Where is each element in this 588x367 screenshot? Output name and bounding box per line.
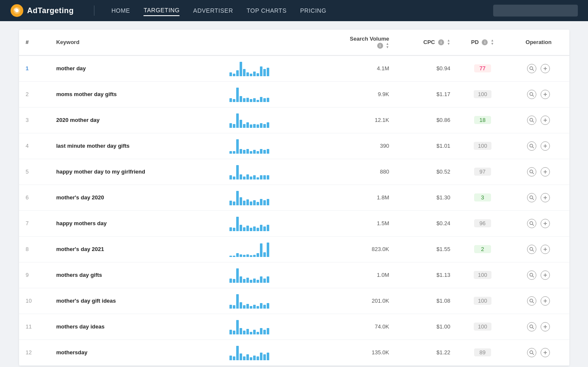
svg-point-32: [530, 247, 533, 250]
table-header-row: # Keyword Search Volume i ▲▼ CPC i ▲▼: [19, 30, 569, 55]
chart-bar: [250, 151, 252, 154]
svg-point-16: [530, 144, 533, 147]
search-button[interactable]: [527, 296, 536, 306]
search-button[interactable]: [527, 219, 536, 228]
row-num: 9: [19, 262, 50, 288]
add-button[interactable]: [541, 64, 550, 73]
pd-info-icon[interactable]: i: [482, 39, 488, 45]
search-icon: [529, 221, 534, 226]
row-chart: [223, 133, 335, 159]
chart-bar: [243, 124, 246, 128]
chart-bar: [250, 280, 252, 283]
chart-bar: [229, 227, 232, 231]
row-cpc: $0.52: [396, 159, 457, 185]
plus-icon: [543, 273, 548, 278]
nav-targeting[interactable]: TARGETING: [144, 5, 179, 16]
search-button[interactable]: [527, 90, 536, 99]
chart-bar: [257, 253, 259, 257]
add-button[interactable]: [541, 90, 550, 99]
add-button[interactable]: [541, 270, 550, 280]
search-volume-sort[interactable]: ▲▼: [386, 42, 389, 49]
row-num: 5: [19, 159, 50, 185]
row-operation: [508, 339, 569, 365]
col-search-volume: Search Volume i ▲▼: [335, 30, 396, 55]
nav-pricing[interactable]: PRICING: [300, 6, 326, 16]
chart-bar: [240, 254, 242, 257]
search-button[interactable]: [527, 167, 536, 177]
table-row: 1 mother day 4.1M $0.94 77: [19, 55, 569, 82]
search-button[interactable]: [527, 270, 536, 280]
chart-bar: [240, 120, 242, 128]
row-volume: 12.1K: [335, 107, 396, 133]
chart-bar: [267, 149, 269, 154]
chart-bar: [250, 201, 252, 205]
row-volume: 4.1M: [335, 55, 396, 82]
search-volume-info-icon[interactable]: i: [377, 43, 383, 49]
chart-bar: [263, 305, 266, 309]
row-operation: [508, 314, 569, 339]
pd-sort[interactable]: ▲▼: [491, 39, 494, 46]
chart-bar: [263, 354, 266, 360]
nav-advertiser[interactable]: ADVERTISER: [193, 6, 233, 16]
add-button[interactable]: [541, 296, 550, 306]
chart-bar: [243, 201, 246, 205]
chart-bar: [253, 124, 256, 128]
chart-bar: [263, 98, 266, 102]
cpc-info-icon[interactable]: i: [438, 39, 444, 45]
nav-home[interactable]: HOME: [111, 6, 130, 16]
chart-bar: [257, 202, 259, 205]
chart-bar: [246, 254, 249, 257]
chart-bar: [233, 124, 235, 128]
chart-bar: [267, 243, 269, 257]
chart-bar: [243, 227, 246, 231]
chart-bar: [236, 320, 239, 334]
chart-bar: [260, 97, 262, 102]
row-volume: 135.0K: [335, 339, 396, 365]
search-button[interactable]: [527, 348, 536, 357]
chart-bar: [246, 304, 249, 309]
search-button[interactable]: [527, 245, 536, 254]
row-pd: 89: [457, 339, 508, 365]
search-icon: [529, 324, 534, 329]
chart-bar: [267, 175, 269, 179]
chart-bar: [263, 124, 266, 128]
chart-bar: [257, 228, 259, 231]
chart-bar: [267, 98, 269, 102]
pd-badge: 96: [474, 219, 491, 227]
search-button[interactable]: [527, 193, 536, 202]
chart-bar: [243, 305, 246, 309]
nav-search-input[interactable]: [493, 5, 578, 17]
cpc-sort[interactable]: ▲▼: [447, 39, 450, 46]
add-button[interactable]: [541, 348, 550, 357]
row-operation: [508, 288, 569, 314]
row-pd: 100: [457, 288, 508, 314]
chart-bar: [229, 330, 232, 334]
add-button[interactable]: [541, 219, 550, 228]
row-chart: [223, 236, 335, 262]
chart-bar: [233, 201, 235, 205]
search-button[interactable]: [527, 322, 536, 331]
add-button[interactable]: [541, 141, 550, 151]
chart-bar: [257, 356, 259, 360]
search-icon: [529, 169, 534, 174]
row-volume: 201.0K: [335, 288, 396, 314]
chart-bar: [233, 74, 235, 76]
add-button[interactable]: [541, 322, 550, 331]
chart-bar: [240, 225, 242, 231]
row-volume: 823.0K: [335, 236, 396, 262]
svg-point-8: [530, 92, 533, 95]
row-keyword: mother's day 2020: [50, 185, 223, 210]
nav-top-charts[interactable]: TOP CHARTS: [247, 6, 287, 16]
row-cpc: $1.08: [396, 288, 457, 314]
add-button[interactable]: [541, 245, 550, 254]
chart-bar: [246, 149, 249, 154]
add-button[interactable]: [541, 193, 550, 202]
chart-bar: [246, 72, 249, 76]
brand-name: AdTargeting: [27, 6, 74, 15]
row-pd: 3: [457, 185, 508, 210]
search-button[interactable]: [527, 116, 536, 125]
search-button[interactable]: [527, 141, 536, 151]
search-button[interactable]: [527, 64, 536, 73]
add-button[interactable]: [541, 116, 550, 125]
add-button[interactable]: [541, 167, 550, 177]
